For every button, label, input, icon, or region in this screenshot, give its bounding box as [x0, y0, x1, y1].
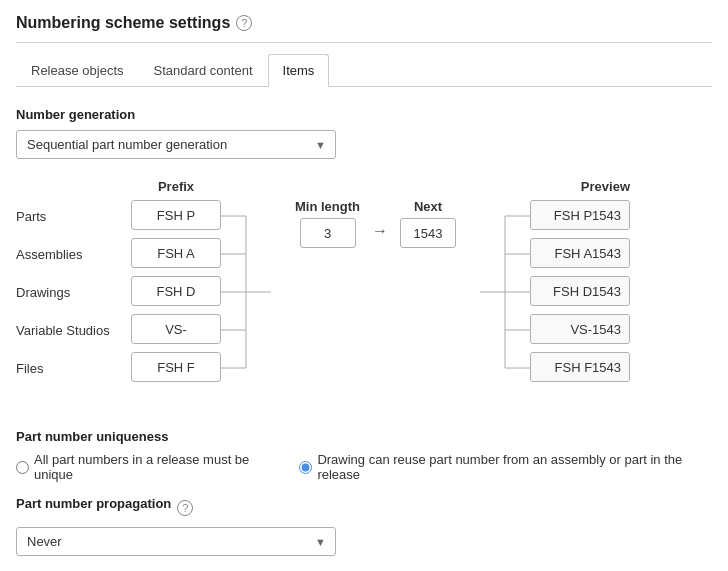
prefix-input-variable-studios[interactable] [131, 314, 221, 344]
prefix-input-parts[interactable] [131, 200, 221, 230]
uniqueness-section: Part number uniqueness All part numbers … [16, 429, 712, 482]
preview-files: FSH F1543 [530, 352, 630, 382]
number-generation-label: Number generation [16, 107, 712, 122]
next-box: Next [400, 199, 456, 248]
tab-release-objects[interactable]: Release objects [16, 54, 139, 87]
row-label-assemblies: Assemblies [16, 239, 131, 269]
prefix-input-files[interactable] [131, 352, 221, 382]
preview-variable-studios: VS-1543 [530, 314, 630, 344]
row-label-files: Files [16, 353, 131, 383]
radio-option-1[interactable]: All part numbers in a release must be un… [16, 452, 281, 482]
propagation-select-wrapper: Never Always When creating ▼ [16, 527, 336, 556]
middle-section: Min length → Next [295, 179, 456, 248]
connector-right [480, 201, 530, 429]
tabs-row: Release objects Standard content Items [16, 53, 712, 87]
radio-option-2[interactable]: Drawing can reuse part number from an as… [299, 452, 712, 482]
arrow-right-icon: → [372, 222, 388, 240]
preview-header: Preview [530, 179, 630, 194]
preview-col: Preview FSH P1543 FSH A1543 FSH D1543 VS… [530, 179, 630, 390]
radio-option-1-input[interactable] [16, 461, 29, 474]
prefix-header: Prefix [131, 179, 221, 194]
radio-option-2-input[interactable] [299, 461, 312, 474]
min-length-input[interactable] [300, 218, 356, 248]
prefix-input-assemblies[interactable] [131, 238, 221, 268]
row-label-variable-studios: Variable Studios [16, 315, 131, 345]
row-labels-col: Parts Assemblies Drawings Variable Studi… [16, 201, 131, 391]
radio-option-2-label: Drawing can reuse part number from an as… [317, 452, 712, 482]
propagation-help-icon[interactable]: ? [177, 500, 193, 516]
next-label: Next [414, 199, 442, 214]
min-length-box: Min length [295, 199, 360, 248]
tab-standard-content[interactable]: Standard content [139, 54, 268, 87]
propagation-section: Part number propagation ? Never Always W… [16, 496, 712, 556]
propagation-label: Part number propagation [16, 496, 171, 511]
row-label-drawings: Drawings [16, 277, 131, 307]
radio-group: All part numbers in a release must be un… [16, 452, 712, 482]
number-generation-select-wrapper: Sequential part number generation Manual… [16, 130, 336, 159]
propagation-select[interactable]: Never Always When creating [16, 527, 336, 556]
preview-assemblies: FSH A1543 [530, 238, 630, 268]
preview-parts: FSH P1543 [530, 200, 630, 230]
tab-items[interactable]: Items [268, 54, 330, 87]
prefix-input-drawings[interactable] [131, 276, 221, 306]
title-help-icon[interactable]: ? [236, 15, 252, 31]
radio-option-1-label: All part numbers in a release must be un… [34, 452, 281, 482]
min-length-label: Min length [295, 199, 360, 214]
prefix-col: Prefix [131, 179, 221, 390]
uniqueness-label: Part number uniqueness [16, 429, 712, 444]
page-title: Numbering scheme settings [16, 14, 230, 32]
preview-drawings: FSH D1543 [530, 276, 630, 306]
number-generation-select[interactable]: Sequential part number generation Manual… [16, 130, 336, 159]
connector-left [221, 201, 271, 429]
next-input[interactable] [400, 218, 456, 248]
row-label-parts: Parts [16, 201, 131, 231]
prefix-grid: Parts Assemblies Drawings Variable Studi… [16, 179, 712, 429]
